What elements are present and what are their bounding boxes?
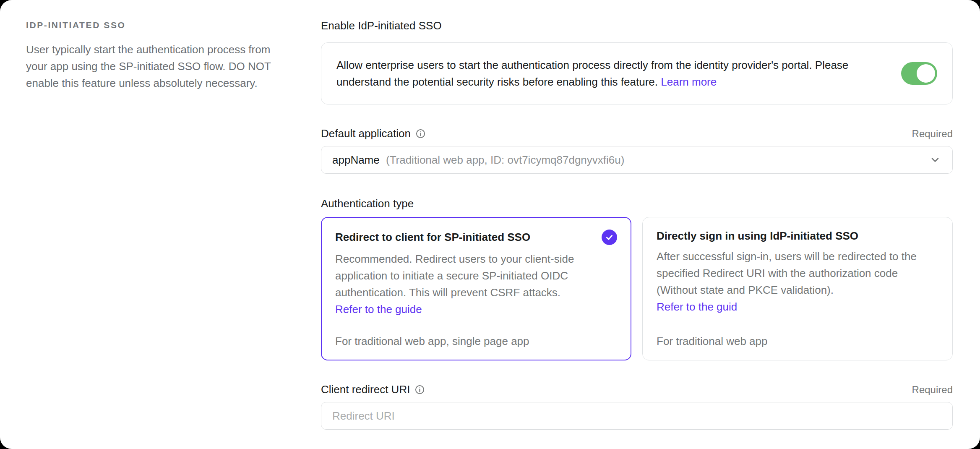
info-icon[interactable] <box>414 384 425 395</box>
authentication-type-options: Redirect to client for SP-initiated SSO … <box>321 217 953 360</box>
learn-more-link[interactable]: Learn more <box>661 76 717 88</box>
redirect-uri-input[interactable] <box>321 402 953 430</box>
default-application-label-row: Default application Required <box>321 127 953 140</box>
select-value: appName <box>332 154 383 167</box>
option-title: Redirect to client for SP-initiated SSO <box>335 231 530 244</box>
info-icon[interactable] <box>415 128 426 139</box>
form-main: Enable IdP-initiated SSO Allow enterpris… <box>321 19 953 430</box>
enable-sso-description: Allow enterprise users to start the auth… <box>336 57 882 90</box>
card-head: Directly sign in using IdP-initiated SSO <box>657 230 938 243</box>
default-application-label: Default application <box>321 127 411 140</box>
default-application-select[interactable]: appName (Traditional web app, ID: ovt7ic… <box>321 146 953 174</box>
settings-page: IDP-INITIATED SSO User typically start t… <box>0 0 980 449</box>
option-footer: For traditional web app, single page app <box>335 322 617 348</box>
client-redirect-uri-label-row: Client redirect URI Required <box>321 383 953 396</box>
card-head: Redirect to client for SP-initiated SSO <box>335 230 617 245</box>
section-title: IDP-INITIATED SSO <box>26 20 282 30</box>
selected-check-icon <box>602 230 617 245</box>
option-description: Recommended. Redirect users to your clie… <box>335 251 617 301</box>
client-redirect-uri-label-group: Client redirect URI <box>321 383 425 396</box>
section-description: User typically start the authentication … <box>26 41 282 91</box>
refer-guide-link[interactable]: Refer to the guide <box>335 301 617 318</box>
toggle-knob <box>917 64 935 83</box>
auth-type-option-sp-redirect[interactable]: Redirect to client for SP-initiated SSO … <box>321 217 631 360</box>
option-title: Directly sign in using IdP-initiated SSO <box>657 230 858 243</box>
auth-type-option-idp-direct[interactable]: Directly sign in using IdP-initiated SSO… <box>642 217 953 360</box>
required-badge: Required <box>912 384 953 396</box>
enable-sso-label: Enable IdP-initiated SSO <box>321 19 953 32</box>
default-application-label-group: Default application <box>321 127 426 140</box>
select-value-detail: (Traditional web app, ID: ovt7icymq87dgn… <box>386 154 624 167</box>
option-description: After successful sign-in, users will be … <box>657 248 938 298</box>
authentication-type-label: Authentication type <box>321 197 953 210</box>
enable-sso-description-text: Allow enterprise users to start the auth… <box>336 59 848 88</box>
option-footer: For traditional web app <box>657 322 938 348</box>
required-badge: Required <box>912 128 953 140</box>
section-sidebar: IDP-INITIATED SSO User typically start t… <box>26 20 282 91</box>
enable-sso-toggle[interactable] <box>901 62 937 85</box>
refer-guide-link[interactable]: Refer to the guid <box>657 298 938 315</box>
enable-sso-card: Allow enterprise users to start the auth… <box>321 42 953 104</box>
chevron-down-icon <box>929 154 941 166</box>
client-redirect-uri-label: Client redirect URI <box>321 383 410 396</box>
